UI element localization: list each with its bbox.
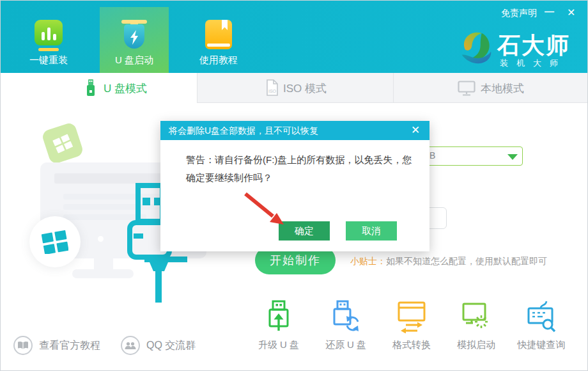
- usb-shield-icon: [120, 20, 148, 51]
- dialog-message: 警告：请自行备份(F:)盘上的所有数据，以免丢失，您 确定要继续制作吗？: [186, 151, 422, 187]
- mode-tab-bar: U 盘模式 ISO ISO 模式 本地模式: [1, 73, 588, 103]
- dialog-title-bar: 将会删除U盘全部数据，且不可以恢复 ✕: [160, 121, 429, 140]
- tab-tutorial[interactable]: 使用教程: [184, 7, 253, 73]
- book-open-icon: [13, 336, 33, 355]
- warning-dialog: 将会删除U盘全部数据，且不可以恢复 ✕ 警告：请自行备份(F:)盘上的所有数据，…: [160, 121, 429, 251]
- minimize-button[interactable]: —: [545, 6, 554, 17]
- tool-hotkey-search[interactable]: 快捷键查询: [508, 300, 575, 351]
- tab-label: 一键重装: [14, 54, 83, 67]
- tool-label: 快捷键查询: [518, 339, 566, 351]
- tab-label: U 盘启动: [100, 54, 169, 67]
- tool-label: 模拟启动: [457, 339, 495, 351]
- tab-iso-mode[interactable]: ISO ISO 模式: [197, 73, 393, 103]
- brand-subtitle: 装机大师: [500, 58, 566, 69]
- mode-tab-label: U 盘模式: [104, 81, 147, 96]
- tool-label: 升级 U 盘: [258, 339, 299, 351]
- mode-tab-label: ISO 模式: [283, 81, 327, 96]
- hotkey-search-icon: [527, 300, 556, 333]
- tip-prefix: 小贴士：: [350, 256, 386, 266]
- tool-label: 格式转换: [392, 339, 431, 351]
- app-window: 一键重装 U 盘启动 使用教程 免责声明 — ✕: [0, 0, 588, 371]
- usb-drive-icon: [85, 79, 97, 97]
- chevron-down-icon: [507, 154, 518, 160]
- tab-usb-mode[interactable]: U 盘模式: [1, 73, 197, 103]
- upgrade-usb-icon: [264, 300, 293, 333]
- official-tutorial-link[interactable]: 查看官方教程: [13, 335, 100, 356]
- windows-flag-icon: [42, 230, 68, 254]
- tab-label: 使用教程: [184, 54, 253, 67]
- iso-file-icon: ISO: [265, 79, 279, 97]
- simulate-boot-icon: [461, 300, 491, 333]
- tool-format-convert[interactable]: 格式转换: [378, 300, 445, 351]
- disclaimer-link[interactable]: 免责声明: [501, 8, 537, 19]
- link-label: QQ 交流群: [146, 339, 196, 352]
- cancel-button[interactable]: 取消: [346, 221, 397, 241]
- svg-text:ISO: ISO: [268, 89, 277, 93]
- top-bar: 一键重装 U 盘启动 使用教程 免责声明 — ✕: [1, 1, 588, 73]
- tool-label: 还原 U 盘: [325, 339, 366, 351]
- monitor-icon: [458, 81, 476, 97]
- people-icon: [121, 336, 140, 355]
- windows-logo-circle: [29, 216, 81, 267]
- tool-simulate-boot[interactable]: 模拟启动: [443, 300, 509, 351]
- usb-device-dropdown-value: B: [429, 150, 435, 161]
- book-icon: [205, 20, 232, 49]
- mode-tab-label: 本地模式: [481, 81, 524, 96]
- confirm-button[interactable]: 确定: [279, 221, 330, 241]
- restore-usb-icon: [331, 300, 360, 333]
- tool-upgrade-usb[interactable]: 升级 U 盘: [245, 300, 312, 351]
- tip-text: 小贴士：如果不知道怎么配置，使用默认配置即可: [350, 256, 547, 267]
- close-button[interactable]: ✕: [567, 6, 575, 19]
- tool-restore-usb[interactable]: 还原 U 盘: [313, 300, 379, 351]
- dialog-close-icon[interactable]: ✕: [406, 121, 424, 140]
- dialog-title: 将会删除U盘全部数据，且不可以恢复: [169, 121, 318, 140]
- link-label: 查看官方教程: [39, 339, 100, 352]
- tab-usb-boot[interactable]: U 盘启动: [100, 7, 169, 73]
- brand-name: 石大师: [497, 30, 570, 61]
- chart-bars-icon: [35, 20, 63, 45]
- windows-badge-illustration: [41, 122, 84, 165]
- brand-logo-icon: [457, 29, 494, 68]
- format-convert-icon: [397, 300, 426, 333]
- tab-local-mode[interactable]: 本地模式: [394, 73, 588, 103]
- qq-group-link[interactable]: QQ 交流群: [121, 335, 196, 356]
- tab-one-key-reinstall[interactable]: 一键重装: [14, 7, 83, 73]
